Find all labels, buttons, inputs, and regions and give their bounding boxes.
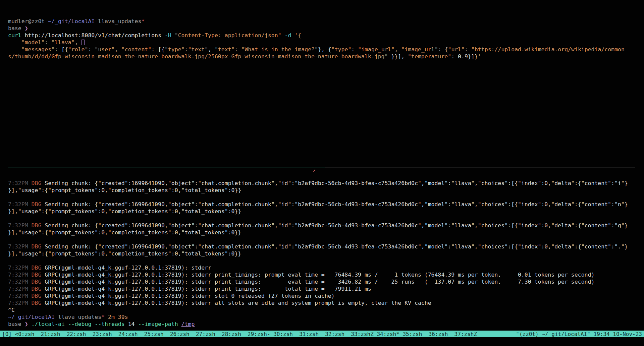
terminal-line: 7:32PM DBG GRPC(ggml-model-q4_k.gguf-127… — [8, 271, 644, 278]
terminal-line: 7:32PM DBG GRPC(ggml-model-q4_k.gguf-127… — [8, 292, 644, 299]
terminal-text: }],"usage":{"prompt_tokens":0,"completio… — [8, 229, 241, 236]
terminal-text: "messages" — [21, 46, 55, 53]
terminal-text: GRPC(ggml-model-q4_k.gguf-127.0.0.1:3781… — [45, 286, 371, 292]
terminal-line: }],"usage":{"prompt_tokens":0,"completio… — [8, 187, 644, 194]
command-curl: curl — [8, 32, 25, 39]
terminal-line: curl http://localhost:8080/v1/chat/compl… — [8, 32, 644, 39]
terminal-line: 7:32PM DBG Sending chunk: {"created":169… — [8, 180, 644, 187]
cwd-path: ~/_git/LocalAI — [8, 314, 55, 320]
terminal-text: : [{ — [151, 46, 165, 53]
divider-red-tick — [313, 169, 316, 172]
conda-env: base — [8, 25, 25, 32]
terminal-text: GRPC(ggml-model-q4_k.gguf-127.0.0.1:3781… — [45, 293, 334, 299]
terminal-text: --debug — [68, 321, 95, 327]
terminal-text: "text" — [215, 46, 235, 53]
terminal-line: s/thumb/d/dd/Gfp-wisconsin-madison-the-n… — [8, 53, 644, 60]
terminal-text: Sending chunk: {"created":1699641090,"ob… — [45, 201, 628, 208]
tmp-path-link[interactable]: /tmp — [181, 321, 195, 327]
terminal-line: ^C — [8, 306, 644, 313]
terminal-text: Sending chunk: {"created":1699641090,"ob… — [45, 243, 628, 250]
terminal-line: }],"usage":{"prompt_tokens":0,"completio… — [8, 229, 644, 236]
terminal-text: "llava" — [51, 39, 75, 46]
terminal-text: }}], — [388, 53, 408, 60]
divider-teal-segment — [8, 168, 325, 168]
flag-header: -H — [165, 32, 175, 39]
terminal-line: mudler@zz0t ~/_git/LocalAI llava_updates… — [8, 18, 644, 25]
terminal-line: 7:32PM DBG Sending chunk: {"created":169… — [8, 243, 644, 250]
terminal-line: }],"usage":{"prompt_tokens":0,"completio… — [8, 250, 644, 257]
terminal-cursor — [82, 40, 85, 45]
log-level: DBG — [32, 272, 45, 278]
terminal-text: : — [465, 46, 471, 53]
terminal-line — [8, 215, 644, 222]
log-level: DBG — [32, 279, 45, 285]
terminal-line: base ❯ ./local-ai --debug --threads 14 -… — [8, 321, 644, 328]
log-level: DBG — [32, 201, 45, 208]
terminal-text: : — [185, 46, 188, 53]
terminal-line — [8, 194, 644, 201]
terminal-text: : { — [438, 46, 448, 53]
log-level: DBG — [32, 300, 45, 306]
git-dirty-star: * — [101, 314, 105, 320]
terminal-text: , — [394, 46, 401, 53]
log-level: DBG — [32, 265, 45, 271]
log-timestamp: 7:32PM — [8, 243, 32, 250]
terminal-text: "content" — [121, 46, 151, 53]
terminal-text: }, { — [318, 46, 331, 53]
terminal-text: GRPC(ggml-model-q4_k.gguf-127.0.0.1:3781… — [45, 300, 431, 306]
terminal-text: ' — [478, 53, 481, 60]
terminal-text: GRPC(ggml-model-q4_k.gguf-127.0.0.1:3781… — [45, 279, 594, 285]
log-level: DBG — [32, 222, 45, 229]
divider-white-segment — [325, 168, 635, 168]
terminal-text: "role" — [68, 46, 88, 53]
terminal-text: }],"usage":{"prompt_tokens":0,"completio… — [8, 250, 241, 257]
terminal-text: , — [75, 39, 82, 46]
terminal-text: , — [208, 46, 215, 53]
log-timestamp: 7:32PM — [8, 300, 32, 306]
terminal-text: Sending chunk: {"created":1699641090,"ob… — [45, 222, 628, 229]
command-local-ai: ./local-ai — [32, 321, 68, 327]
terminal-text: : — [351, 46, 358, 53]
log-level: DBG — [32, 293, 45, 299]
log-level: DBG — [32, 286, 45, 292]
terminal-text: "user" — [95, 46, 115, 53]
terminal-text: "https://upload.wikimedia.org/wikipedia/… — [471, 46, 625, 53]
terminal-line: 7:32PM DBG GRPC(ggml-model-q4_k.gguf-127… — [8, 285, 644, 292]
log-timestamp: 7:32PM — [8, 272, 32, 278]
terminal-text: GRPC(ggml-model-q4_k.gguf-127.0.0.1:3781… — [45, 272, 594, 278]
terminal-text: s/thumb/d/dd/Gfp-wisconsin-madison-the-n… — [8, 53, 388, 60]
terminal-text: "temperature" — [408, 53, 451, 60]
terminal-text: --threads — [95, 321, 128, 327]
terminal-text — [105, 314, 108, 320]
terminal-text: , — [115, 46, 121, 53]
terminal-line: 7:32PM DBG Sending chunk: {"created":169… — [8, 222, 644, 229]
terminal-text: : [{ — [55, 46, 68, 53]
cwd-path: ~/_git/LocalAI — [48, 18, 95, 24]
log-timestamp: 7:32PM — [8, 286, 32, 292]
terminal-log-output: 7:32PM DBG Sending chunk: {"created":169… — [8, 180, 644, 328]
terminal-text: --image-path — [138, 321, 181, 327]
terminal-line: 7:32PM DBG GRPC(ggml-model-q4_k.gguf-127… — [8, 278, 644, 285]
terminal-line: "messages": [{"role": "user", "content":… — [8, 46, 644, 53]
git-branch: llava_updates — [55, 314, 101, 320]
terminal-text: 14 — [128, 321, 138, 327]
terminal-line — [8, 257, 644, 264]
log-timestamp: 7:32PM — [8, 279, 32, 285]
user-host: mudler@zz0t — [8, 18, 48, 24]
terminal-line: 7:32PM DBG GRPC(ggml-model-q4_k.gguf-127… — [8, 264, 644, 271]
terminal-text: "model" — [21, 39, 45, 46]
terminal-text: "type" — [165, 46, 185, 53]
terminal-text: }],"usage":{"prompt_tokens":0,"completio… — [8, 208, 241, 215]
terminal-window: { "colors":{ "background":"#020202","for… — [0, 0, 644, 346]
terminal-line: "model": "llava", — [8, 39, 644, 46]
tmux-status-bar[interactable]: [0] <0:zsh 21:zsh 22:zsh 23:zsh 24:zsh 2… — [0, 331, 644, 337]
terminal-text: Sending chunk: {"created":1699641090,"ob… — [45, 180, 628, 186]
terminal-text — [8, 46, 21, 53]
terminal-text: : 0.9}]} — [451, 53, 478, 60]
log-timestamp: 7:32PM — [8, 265, 32, 271]
terminal-text: "type" — [331, 46, 352, 53]
tmux-window-list[interactable]: [0] <0:zsh 21:zsh 22:zsh 23:zsh 24:zsh 2… — [2, 331, 477, 338]
terminal-line — [8, 236, 644, 243]
prompt-chevron: ❯ — [25, 25, 28, 32]
conda-env: base — [8, 321, 25, 327]
